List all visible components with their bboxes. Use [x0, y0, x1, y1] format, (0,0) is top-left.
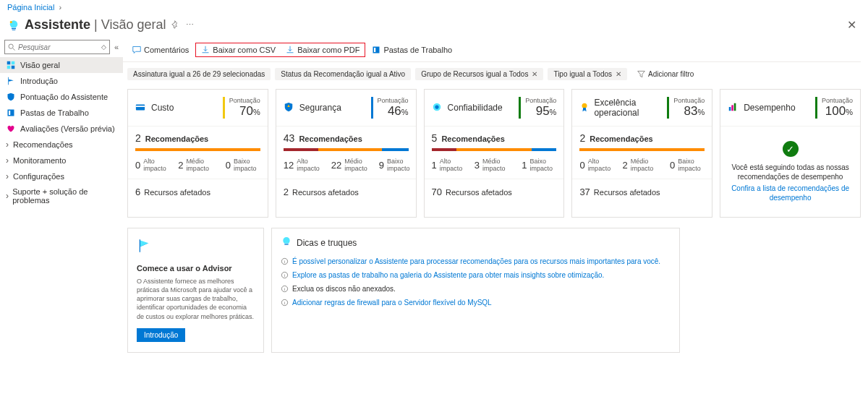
svg-rect-5	[7, 66, 11, 69]
perf-link[interactable]: Confira a lista de recomendações de dese…	[728, 184, 853, 202]
comments-button[interactable]: Comentários	[127, 43, 194, 56]
main-content: Comentários Baixar como CSV Baixar como …	[123, 38, 868, 360]
svg-point-14	[435, 105, 438, 108]
tip-item: iAdicionar regras de firewall para o Ser…	[281, 298, 671, 307]
tip-link[interactable]: Adicionar regras de firewall para o Serv…	[292, 298, 492, 307]
card-reliability[interactable]: Confiabilidade Pontuação95% 5Recomendaçõ…	[424, 89, 565, 218]
svg-rect-16	[729, 107, 731, 111]
security-icon	[284, 102, 295, 114]
flag-icon	[137, 239, 255, 257]
advisor-intro-card: Comece a usar o Advisor O Assistente for…	[127, 228, 264, 353]
svg-rect-17	[731, 105, 733, 111]
card-performance[interactable]: Desempenho Pontuação100% ✓ Você está seg…	[720, 89, 861, 218]
close-icon[interactable]: ✕	[532, 70, 537, 78]
download-highlight: Baixar como CSV Baixar como PDF	[195, 43, 365, 57]
impact-bar	[432, 148, 557, 151]
svg-text:i: i	[284, 301, 285, 305]
reliability-icon	[432, 102, 443, 114]
shield-icon	[6, 93, 16, 101]
sidebar: ◇ « Visão geral Introdução Pontuação do …	[0, 38, 123, 360]
page-header: Assistente | Visão geral ⋯ ✕	[0, 14, 868, 38]
nav-overview[interactable]: Visão geral	[0, 57, 123, 73]
card-security[interactable]: Segurança Pontuação46% 43Recomendações 1…	[276, 89, 417, 218]
card-cost[interactable]: Custo Pontuação70% 2Recomendações 0Alto …	[127, 89, 268, 218]
impact-bar	[579, 148, 705, 151]
filter-row: Assinatura igual a 26 de 29 selecionadas…	[123, 62, 861, 86]
more-icon[interactable]: ⋯	[186, 20, 194, 30]
search-input[interactable]	[18, 43, 83, 51]
tip-item: iÉ possível personalizar o Assistente pa…	[281, 257, 671, 266]
sidebar-collapse-icon[interactable]: «	[114, 43, 119, 51]
nav-support[interactable]: Suporte + solução de problemas	[0, 184, 123, 207]
overview-icon	[6, 61, 16, 69]
svg-rect-8	[9, 111, 10, 115]
svg-line-2	[13, 48, 15, 50]
svg-point-15	[582, 103, 587, 108]
tips-card: Dicas e truques iÉ possível personalizar…	[271, 228, 680, 353]
opex-icon	[579, 102, 590, 114]
advisor-description: O Assistente fornece as melhores prática…	[137, 277, 255, 321]
nav-monitoring[interactable]: Monitoramento	[0, 153, 123, 168]
heart-icon	[6, 124, 16, 133]
nav-score[interactable]: Pontuação do Assistente	[0, 89, 123, 105]
nav-recommendations[interactable]: Recomendações	[0, 137, 123, 153]
svg-text:i: i	[284, 260, 285, 264]
nav-workbooks[interactable]: Pastas de Trabalho	[0, 105, 123, 121]
advisor-icon	[281, 236, 292, 249]
svg-rect-9	[373, 47, 380, 53]
svg-rect-18	[734, 103, 736, 111]
tip-item: iExplore as pastas de trabalho na galeri…	[281, 270, 671, 280]
intro-button[interactable]: Introdução	[137, 328, 185, 342]
filter-subscription[interactable]: Assinatura igual a 26 de 29 selecionadas	[127, 68, 271, 80]
pin-icon[interactable]	[171, 20, 180, 30]
filter-type[interactable]: Tipo igual a Todos✕	[548, 68, 627, 80]
svg-rect-7	[8, 110, 14, 116]
workbook-icon	[6, 108, 16, 117]
close-icon[interactable]: ✕	[616, 70, 621, 78]
workbooks-button[interactable]: Pastas de Trabalho	[367, 43, 457, 56]
flag-icon	[6, 77, 16, 85]
check-icon: ✓	[783, 141, 799, 157]
svg-rect-11	[136, 105, 145, 111]
svg-text:i: i	[284, 273, 285, 278]
filter-status[interactable]: Status da Recomendação igual a Ativo	[275, 68, 411, 80]
svg-rect-4	[12, 61, 15, 65]
card-opex[interactable]: Excelência operacional Pontuação83% 2Rec…	[571, 89, 712, 218]
nav-settings[interactable]: Configurações	[0, 168, 123, 184]
tip-link[interactable]: É possível personalizar o Assistente par…	[292, 257, 660, 266]
filter-resourcegroup[interactable]: Grupo de Recursos igual a Todos✕	[415, 68, 543, 80]
close-icon[interactable]: ✕	[847, 18, 856, 32]
svg-point-1	[9, 44, 13, 48]
svg-text:i: i	[284, 287, 285, 291]
toolbar: Comentários Baixar como CSV Baixar como …	[123, 38, 861, 62]
download-csv-button[interactable]: Baixar como CSV	[196, 43, 281, 56]
svg-rect-6	[12, 66, 15, 69]
svg-rect-3	[7, 61, 11, 65]
impact-bar	[284, 148, 409, 151]
breadcrumb-home[interactable]: Página Inicial	[7, 3, 54, 12]
breadcrumb: Página Inicial ›	[0, 0, 868, 14]
svg-rect-12	[136, 106, 145, 107]
advisor-title: Comece a usar o Advisor	[137, 264, 255, 273]
cost-icon	[135, 102, 147, 114]
svg-rect-10	[374, 48, 375, 52]
score-cards: Custo Pontuação70% 2Recomendações 0Alto …	[123, 86, 861, 220]
svg-point-0	[10, 21, 12, 23]
search-box[interactable]: ◇	[4, 40, 110, 54]
add-filter-button[interactable]: Adicionar filtro	[631, 68, 699, 80]
tip-item: iExclua os discos não anexados.	[281, 284, 671, 294]
advisor-icon	[7, 19, 20, 32]
nav-intro[interactable]: Introdução	[0, 73, 123, 89]
impact-bar	[135, 148, 260, 151]
page-title: Assistente | Visão geral	[25, 17, 166, 33]
tip-link[interactable]: Explore as pastas de trabalho na galeria…	[292, 270, 604, 280]
nav-evals[interactable]: Avaliações (Versão prévia)	[0, 121, 123, 137]
download-pdf-button[interactable]: Baixar como PDF	[281, 43, 365, 56]
performance-icon	[728, 102, 739, 114]
